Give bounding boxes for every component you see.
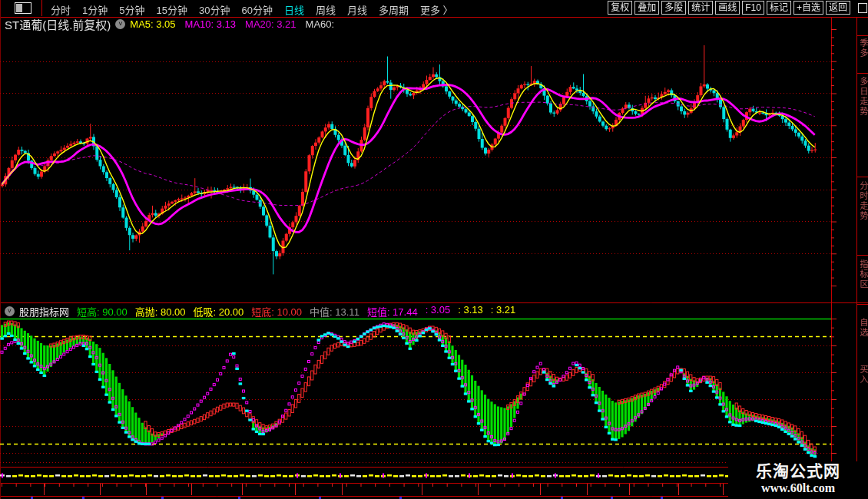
button-统计[interactable]: 统计 — [688, 1, 713, 15]
tab-60分钟[interactable]: 60分钟 — [241, 2, 272, 17]
right-strip-tab[interactable]: 季多 — [859, 38, 868, 58]
button-F10[interactable]: F10 — [742, 1, 764, 15]
toolbar-right-buttons: 复权叠加多股统计画线F10标记+自选返回 — [608, 1, 850, 15]
indicator-param: : 3.21 — [491, 304, 516, 319]
tab-1分钟[interactable]: 1分钟 — [82, 2, 108, 17]
chevron-down-icon[interactable]: ˅ — [5, 306, 15, 316]
tab-30分钟[interactable]: 30分钟 — [199, 2, 230, 17]
indicator-param: : 3.05 — [426, 304, 451, 319]
right-strip-tab[interactable]: 多日走势 — [859, 77, 868, 117]
tab-月线[interactable]: 月线 — [347, 2, 367, 17]
indicator-param: : 3.13 — [458, 304, 483, 319]
indicator-param: 短高: 90.00 — [77, 304, 128, 319]
site-watermark: 乐淘公式网 www.60lt.com — [728, 461, 868, 499]
chevron-down-icon[interactable]: ˅ — [115, 19, 125, 29]
period-toolbar: 分时1分钟5分钟15分钟30分钟60分钟日线周线月线多周期更多 〉 复权叠加多股… — [0, 0, 868, 17]
tab-周线[interactable]: 周线 — [316, 2, 336, 17]
corner-window-icon[interactable] — [858, 3, 867, 13]
button-返回[interactable]: 返回 — [826, 1, 850, 15]
tab-15分钟[interactable]: 15分钟 — [156, 2, 187, 17]
button-复权[interactable]: 复权 — [608, 1, 632, 15]
indicator-param: 短值: 17.44 — [367, 304, 418, 319]
tab-分时[interactable]: 分时 — [51, 2, 71, 17]
tab-多周期[interactable]: 多周期 — [379, 2, 409, 17]
chart-title-row: ST通葡(日线.前复权) ˅ MA5: 3.05MA10: 3.13MA20: … — [0, 18, 830, 31]
watermark-site-name: 乐淘公式网 — [728, 461, 868, 481]
tab-更多 〉[interactable]: 更多 〉 — [420, 2, 453, 17]
period-tabs: 分时1分钟5分钟15分钟30分钟60分钟日线周线月线多周期更多 〉 — [51, 2, 453, 17]
tab-5分钟[interactable]: 5分钟 — [119, 2, 144, 17]
button-画线[interactable]: 画线 — [715, 1, 740, 15]
button-标记[interactable]: 标记 — [767, 1, 791, 15]
indicator-param: 中值: 13.11 — [310, 304, 359, 319]
ma-value-labels: MA5: 3.05MA10: 3.13MA20: 3.21MA60: — [130, 18, 334, 30]
right-strip-tab[interactable]: 买入 — [859, 365, 868, 385]
right-strip-tab[interactable]: 指标区 — [859, 259, 868, 289]
indicator-param: 高抛: 80.00 — [135, 304, 186, 319]
ma-label: MA20: 3.21 — [245, 18, 297, 30]
button-+自选[interactable]: +自选 — [793, 1, 823, 15]
button-多股[interactable]: 多股 — [661, 1, 686, 15]
right-strip-tab[interactable]: 自选 — [859, 318, 868, 338]
indicator-param: 低吸: 20.00 — [194, 304, 244, 319]
trading-terminal-window: 分时1分钟5分钟15分钟30分钟60分钟日线周线月线多周期更多 〉 复权叠加多股… — [0, 0, 868, 499]
indicator-param: 短底: 10.00 — [251, 304, 302, 319]
ma-label: MA5: 3.05 — [130, 18, 175, 30]
layout-toggle-box[interactable] — [0, 0, 42, 16]
button-叠加[interactable]: 叠加 — [634, 1, 659, 15]
chart-canvas[interactable] — [0, 0, 868, 499]
split-window-icon — [15, 2, 31, 14]
ma-label: MA10: 3.13 — [185, 18, 237, 30]
ma-label: MA60: — [306, 18, 335, 30]
tab-日线[interactable]: 日线 — [284, 2, 304, 17]
indicator-header: ˅ 股朋指标网 短高: 90.00高抛: 80.00低吸: 20.00短底: 1… — [0, 305, 830, 317]
stock-title: ST通葡(日线.前复权) — [5, 16, 111, 32]
indicator-name: 股朋指标网 — [19, 304, 69, 319]
watermark-url: www.60lt.com — [728, 481, 868, 495]
right-strip-tab[interactable]: 分时走势 — [859, 181, 868, 221]
indicator-params: 短高: 90.00高抛: 80.00低吸: 20.00短底: 10.00中值: … — [77, 304, 515, 319]
